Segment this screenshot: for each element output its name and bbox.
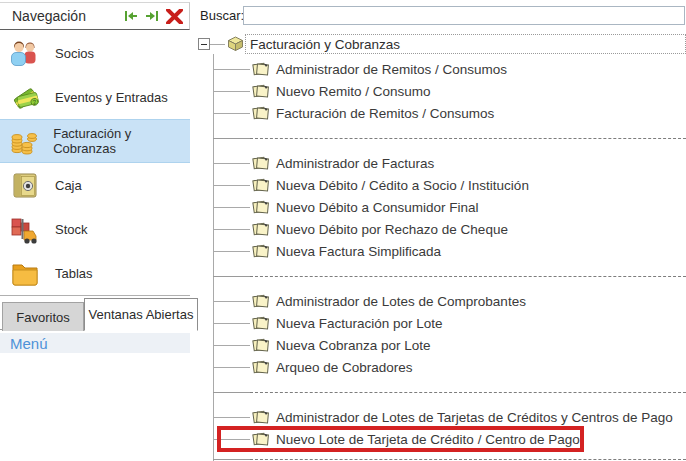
search-bar: Buscar: — [196, 0, 686, 30]
sidebar-tab-strip: FavoritosVentanas Abiertas — [0, 295, 190, 330]
tree-branch-line — [213, 367, 250, 368]
collapse-right-icon[interactable] — [145, 10, 159, 22]
safe-icon — [8, 168, 42, 202]
tree-item[interactable]: Nuevo Débito por Rechazo de Cheque — [196, 218, 686, 240]
tree-connector-line — [210, 44, 225, 45]
sidebar-item-label: Caja — [55, 178, 82, 193]
collapse-left-icon[interactable] — [124, 10, 138, 22]
sidebar-item-socios[interactable]: Socios — [0, 31, 190, 75]
tree-item-label: Administrador de Lotes de Comprobantes — [276, 294, 526, 309]
tab-favoritos[interactable]: Favoritos — [2, 302, 84, 331]
documents-icon — [252, 155, 270, 175]
search-label: Buscar: — [200, 8, 244, 23]
close-icon[interactable] — [166, 9, 183, 24]
tree-branch-line — [213, 163, 250, 164]
navigation-sidebar: Navegación — [0, 0, 190, 461]
tree-branch-line — [213, 301, 250, 302]
documents-icon — [252, 431, 270, 451]
tree-branch-line — [213, 207, 250, 208]
tree-item-label: Nuevo Remito / Consumo — [276, 84, 431, 99]
documents-icon — [252, 409, 270, 429]
tree-item[interactable]: Administrador de Facturas — [196, 152, 686, 174]
people-icon — [8, 36, 42, 70]
sidebar-items: Socios 2 Eventos y Entradas Facturación … — [0, 31, 190, 295]
navigation-title: Navegación — [12, 8, 124, 24]
tree-item-label: Nuevo Lote de Tarjeta de Crédito / Centr… — [276, 432, 580, 447]
tree-item-label: Nueva Factura Simplificada — [276, 244, 441, 259]
documents-icon — [252, 315, 270, 335]
tree-item[interactable]: Facturación de Remitos / Consumos — [196, 102, 686, 124]
tree-item[interactable]: Administrador de Lotes de Tarjetas de Cr… — [196, 406, 686, 428]
sidebar-item-tablas[interactable]: Tablas — [0, 251, 190, 295]
tree-nodes: Administrador de Remitos / Consumos Nuev… — [196, 58, 686, 461]
menu-link[interactable]: Menú — [10, 335, 48, 352]
documents-icon — [252, 199, 270, 219]
documents-icon — [252, 221, 270, 241]
collapse-node-icon[interactable] — [198, 38, 210, 50]
menu-tree: Facturación y Cobranzas Administrador de… — [196, 32, 686, 461]
tree-item[interactable]: Nueva Débito / Cédito a Socio / Instituc… — [196, 174, 686, 196]
tree-item[interactable]: Administrador de Lotes de Comprobantes — [196, 290, 686, 312]
tree-item[interactable]: Arqueo de Cobradores — [196, 356, 686, 378]
tree-branch-line — [213, 439, 250, 440]
documents-icon — [252, 243, 270, 263]
tree-branch-line — [213, 113, 250, 114]
sidebar-item-label: Eventos y Entradas — [55, 90, 168, 105]
tree-item-label: Administrador de Lotes de Tarjetas de Cr… — [276, 410, 673, 425]
tree-root-label[interactable]: Facturación y Cobranzas — [245, 34, 686, 54]
documents-icon — [252, 83, 270, 103]
tree-separator — [196, 124, 686, 152]
tree-branch-line — [213, 185, 250, 186]
tree-separator — [196, 378, 686, 406]
tickets-icon: 2 — [8, 80, 42, 114]
sidebar-item-stock[interactable]: Stock — [0, 207, 190, 251]
main-panel: Buscar: Facturación y Cobranzas Administ… — [196, 0, 686, 461]
documents-icon — [252, 359, 270, 379]
menu-bar: Menú — [0, 333, 190, 353]
tree-branch-line — [213, 417, 250, 418]
search-input[interactable] — [243, 6, 685, 25]
tree-branch-line — [213, 323, 250, 324]
sidebar-item-facturaci-n-y-cobranzas[interactable]: Facturación y Cobranzas — [0, 119, 190, 163]
navigation-header-icons — [124, 9, 183, 24]
tree-item-label: Nuevo Débito a Consumidor Final — [276, 200, 479, 215]
tree-item-label: Administrador de Remitos / Consumos — [276, 62, 507, 77]
tree-root[interactable]: Facturación y Cobranzas — [196, 32, 686, 58]
sidebar-item-label: Socios — [55, 46, 94, 61]
folder-icon — [8, 256, 42, 290]
sidebar-item-caja[interactable]: Caja — [0, 163, 190, 207]
tree-item-label: Nuevo Débito por Rechazo de Cheque — [276, 222, 508, 237]
documents-icon — [252, 293, 270, 313]
tree-branch-line — [213, 91, 250, 92]
sidebar-item-label: Tablas — [55, 266, 93, 281]
tree-item[interactable]: Nueva Facturación por Lote — [196, 312, 686, 334]
tree-item[interactable]: Nueva Factura Simplificada — [196, 240, 686, 262]
tree-item-label: Nueva Cobranza por Lote — [276, 338, 431, 353]
coins-icon — [8, 124, 40, 158]
documents-icon — [252, 61, 270, 81]
tab-ventanas-abiertas[interactable]: Ventanas Abiertas — [84, 298, 198, 331]
documents-icon — [252, 177, 270, 197]
sidebar-item-label: Stock — [55, 222, 88, 237]
tree-branch-line — [213, 69, 250, 70]
tree-item-label: Facturación de Remitos / Consumos — [276, 106, 494, 121]
tree-item-label: Nueva Débito / Cédito a Socio / Instituc… — [276, 178, 529, 193]
navigation-header: Navegación — [0, 2, 190, 30]
documents-icon — [252, 105, 270, 125]
tree-item[interactable]: Nueva Cobranza por Lote — [196, 334, 686, 356]
tree-item-label: Arqueo de Cobradores — [276, 360, 413, 375]
tree-item-label: Administrador de Facturas — [276, 156, 434, 171]
tree-item-label: Nueva Facturación por Lote — [276, 316, 443, 331]
package-box-icon — [226, 35, 245, 56]
tree-item[interactable]: Nuevo Débito a Consumidor Final — [196, 196, 686, 218]
tree-separator — [196, 262, 686, 290]
tree-item[interactable]: Administrador de Remitos / Consumos — [196, 58, 686, 80]
tree-branch-line — [213, 251, 250, 252]
documents-icon — [252, 337, 270, 357]
tree-item[interactable]: Nuevo Lote de Tarjeta de Crédito / Centr… — [196, 428, 686, 450]
tree-branch-line — [213, 229, 250, 230]
forklift-icon — [8, 212, 42, 246]
tree-branch-line — [213, 345, 250, 346]
tree-item[interactable]: Nuevo Remito / Consumo — [196, 80, 686, 102]
sidebar-item-eventos-y-entradas[interactable]: 2 Eventos y Entradas — [0, 75, 190, 119]
